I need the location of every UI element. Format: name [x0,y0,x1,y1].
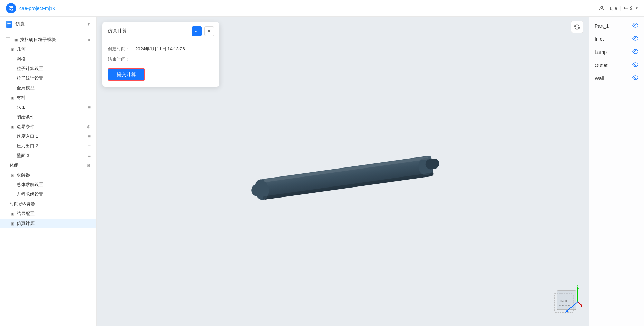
inlet-visibility-icon[interactable] [632,35,638,43]
tree-item-pressure-outlet[interactable]: 压力出口 2 ≡ [0,141,96,151]
svg-text:Y: Y [577,285,579,287]
inlet-label: Inlet [595,36,632,42]
tree-item-geometry[interactable]: ▣ 几何 [0,45,96,54]
tree-item-result-config[interactable]: ▣ 结果配置 [0,209,96,219]
tree-label-initial-conditions: 初始条件 [17,114,91,120]
logo-icon: 远 [6,3,17,14]
expand-icon-geometry: ▣ [10,47,15,52]
tree-label-particle-stats: 粒子统计设置 [17,75,91,82]
tree-item-global-model[interactable]: 全局模型 [0,83,96,93]
tree-item-lagrange[interactable]: ▣ 拉格朗日粒子模块 ● [0,35,96,45]
axis-indicator: RIGHT BOTTOM Y Z [547,285,582,319]
svg-rect-4 [7,25,10,25]
logo-area: 远 cae-project-mj1x [6,3,55,14]
svg-marker-22 [577,286,579,289]
submit-calculation-button[interactable]: 提交计算 [108,68,145,81]
panel-body: 创建时间： 2024年1月11日 14:13:26 结束时间： – 提交计算 [102,40,219,87]
tree-item-initial-conditions[interactable]: 初始条件 [0,112,96,122]
tree-action-velocity-inlet[interactable]: ≡ [88,134,91,139]
tree-label-materials: 材料 [17,95,91,101]
tree-item-mesh[interactable]: 网格 [0,54,96,64]
sidebar-collapse-icon[interactable]: ▼ [87,22,91,27]
tree-item-solver[interactable]: ▣ 求解器 [0,170,96,180]
create-time-label: 创建时间： [108,46,135,52]
floating-panel: 仿真计算 ✓ ✕ 创建时间： 2024年1月11日 14:13:26 结束时间：… [102,22,219,87]
expand-icon: ▣ [13,37,19,42]
tree-item-body-group[interactable]: 体组 ⊕ [0,161,96,170]
tree-item-simulation-calc[interactable]: ▣ 仿真计算 [0,219,96,228]
tree-item-global-solver[interactable]: 总体求解设置 [0,180,96,190]
create-time-value: 2024年1月11日 14:13:26 [135,46,214,52]
tree-label-simulation-calc: 仿真计算 [17,220,91,227]
right-panel-item-outlet: Outlet [589,59,644,72]
outlet-visibility-icon[interactable] [632,61,638,69]
svg-text:远: 远 [9,6,14,11]
svg-text:RIGHT: RIGHT [559,299,567,303]
main-layout: 仿真 ▼ ▣ 拉格朗日粒子模块 ● ▣ 几何 网格 粒子计算设置 [0,17,644,326]
svg-point-2 [601,6,603,8]
lang-selector[interactable]: 中文 ▼ [624,5,638,11]
axis-svg: RIGHT BOTTOM Y Z [547,285,582,319]
tree-item-materials[interactable]: ▣ 材料 [0,93,96,103]
right-panel-item-lamp: Lamp [589,46,644,59]
tree-label-pressure-outlet: 压力出口 2 [17,143,88,149]
tree-item-particle-stats[interactable]: 粒子统计设置 [0,74,96,83]
svg-rect-3 [7,23,11,24]
reload-icon [574,24,580,30]
right-panel: Part_1 Inlet Lamp [589,17,644,326]
tree-label-velocity-inlet: 速度入口 1 [17,133,88,140]
tree-item-particle-settings[interactable]: 粒子计算设置 [0,64,96,74]
wall-visibility-icon[interactable] [632,75,638,82]
checkbox-icon [6,37,10,42]
tree-action-body-group[interactable]: ⊕ [87,163,91,168]
outlet-label: Outlet [595,63,632,68]
tree-item-time-resource[interactable]: 时间步&资源 [0,199,96,209]
panel-close-button[interactable]: ✕ [204,26,214,36]
svg-point-14 [635,51,636,52]
header: 远 cae-project-mj1x liujie | 中文 ▼ [0,0,644,17]
tree-label-boundary-conditions: 边界条件 [17,124,87,130]
tree-label-lagrange: 拉格朗日粒子模块 [20,37,88,43]
simulation-icon [6,21,12,28]
tree-item-boundary-conditions[interactable]: ▣ 边界条件 ⊕ [0,122,96,132]
tree-item-wall-3[interactable]: 壁面 3 ≡ [0,151,96,161]
tree-label-geometry: 几何 [17,46,91,52]
tree-item-velocity-inlet[interactable]: 速度入口 1 ≡ [0,132,96,141]
tree-item-water[interactable]: 水 1 ≡ [0,103,96,112]
tree-label-result-config: 结果配置 [17,211,91,217]
tree-label-particle-settings: 粒子计算设置 [17,66,91,72]
reload-button[interactable] [571,21,583,33]
sidebar-header: 仿真 ▼ [0,17,96,32]
lamp-visibility-icon[interactable] [632,48,638,56]
tree-label-global-solver: 总体求解设置 [17,182,91,188]
expand-icon-boundary: ▣ [10,124,15,130]
tree-label-equation-solver: 方程求解设置 [17,191,91,198]
project-name[interactable]: cae-project-mj1x [19,6,55,11]
panel-header: 仿真计算 ✓ ✕ [102,22,219,40]
part1-visibility-icon[interactable] [632,22,638,30]
expand-icon-sim-calc: ▣ [10,221,15,226]
svg-point-16 [635,77,636,79]
svg-point-28 [581,305,582,307]
expand-icon-result: ▣ [10,211,15,217]
tree-label-solver: 求解器 [17,172,91,178]
tree-label-body-group: 体组 [10,162,87,169]
tree-label-mesh: 网格 [17,56,91,62]
panel-confirm-button[interactable]: ✓ [192,26,202,36]
panel-title: 仿真计算 [108,28,189,34]
expand-icon-materials: ▣ [10,95,15,100]
tree-item-equation-solver[interactable]: 方程求解设置 [0,190,96,199]
tree-action-water[interactable]: ≡ [88,105,91,110]
end-time-row: 结束时间： – [108,56,214,63]
svg-text:BOTTOM: BOTTOM [559,304,570,307]
header-right: liujie | 中文 ▼ [598,5,638,11]
sidebar-title: 仿真 [15,21,84,27]
chevron-down-icon: ▼ [635,6,638,10]
tree-action-pressure-outlet[interactable]: ≡ [88,143,91,149]
tree-action-boundary[interactable]: ⊕ [87,124,91,130]
tree-action-wall-3[interactable]: ≡ [88,153,91,159]
tree-label-water: 水 1 [17,104,88,111]
sidebar: 仿真 ▼ ▣ 拉格朗日粒子模块 ● ▣ 几何 网格 粒子计算设置 [0,17,97,326]
content-area: 仿真计算 ✓ ✕ 创建时间： 2024年1月11日 14:13:26 结束时间：… [97,17,644,326]
wall-label: Wall [595,76,632,81]
